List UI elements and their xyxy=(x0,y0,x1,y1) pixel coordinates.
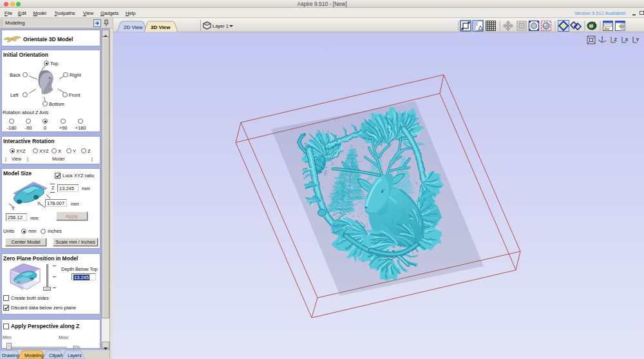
svg-text:Layers: Layers xyxy=(68,353,82,358)
svg-text:X: X xyxy=(625,37,629,43)
svg-text:Clipart: Clipart xyxy=(49,353,62,358)
svg-text:Drawing: Drawing xyxy=(2,353,19,358)
svg-text:2D View: 2D View xyxy=(124,24,143,30)
svg-text:Z: Z xyxy=(614,37,618,43)
svg-text:3D View: 3D View xyxy=(151,24,171,30)
svg-text:Modeling: Modeling xyxy=(24,353,44,358)
svg-text:Y: Y xyxy=(636,37,639,43)
